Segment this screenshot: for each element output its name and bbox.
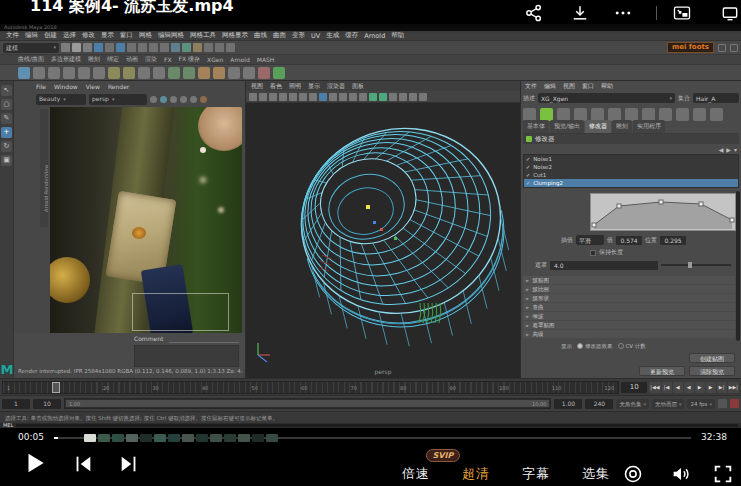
xgen-tab[interactable]: 雕刻	[612, 120, 632, 133]
quad-draw-icon[interactable]	[213, 67, 225, 79]
render-view-menu[interactable]: Window	[54, 83, 78, 90]
preview-chip[interactable]	[210, 434, 222, 442]
more-icon[interactable]	[613, 3, 633, 23]
mask-slider[interactable]	[661, 264, 731, 266]
render-settings-icon[interactable]	[204, 43, 213, 52]
current-frame-field[interactable]: 10	[621, 382, 647, 393]
move-tool-icon[interactable]: +	[1, 127, 12, 138]
preview-chip[interactable]	[154, 434, 166, 442]
xgen-tab[interactable]: 预览/输出	[550, 120, 584, 133]
preserve-length-checkbox[interactable]	[590, 250, 596, 256]
camera-dropdown[interactable]: persp▾	[89, 94, 147, 105]
prev-frame-icon[interactable]: ◀	[673, 382, 683, 393]
settings-icon[interactable]	[622, 463, 644, 485]
comment-textarea[interactable]	[134, 345, 239, 367]
collection-dropdown[interactable]: Hair_A	[693, 93, 739, 103]
debug-shading-icon[interactable]	[190, 96, 197, 103]
go-to-end-icon[interactable]: ▶▶|	[728, 382, 739, 393]
panel-menu[interactable]: 渲染器	[327, 82, 345, 91]
playback-start-field[interactable]: 10	[33, 399, 61, 409]
field-chart-icon[interactable]	[399, 93, 407, 101]
multi-cut-icon[interactable]	[198, 67, 210, 79]
tv-cast-icon[interactable]	[720, 3, 740, 23]
shelf-tab[interactable]: MASH	[257, 56, 275, 63]
prev-keyframe-icon[interactable]: |◀	[662, 382, 672, 393]
preview-chip[interactable]	[196, 434, 208, 442]
range-slider[interactable]: 1.0010.00	[64, 398, 551, 409]
shelf-tab[interactable]: FX	[164, 56, 172, 63]
platonic-solid-icon[interactable]	[93, 67, 105, 79]
playback-end-field[interactable]: 1.00	[554, 399, 582, 409]
xgen-preview-refresh-icon[interactable]	[710, 108, 723, 121]
construction-history-icon[interactable]	[160, 43, 169, 52]
sidebar-toggle-icon[interactable]	[718, 44, 726, 52]
modifier-enabled-checkbox[interactable]: ✓	[526, 156, 530, 162]
shelf-tab[interactable]: 雕刻	[88, 55, 100, 64]
modifier-list-item[interactable]: ✓Noise2	[524, 163, 738, 171]
playback-speed-button[interactable]: 倍速	[402, 465, 430, 483]
preview-chip[interactable]	[238, 434, 250, 442]
xgen-cut-icon[interactable]	[642, 108, 655, 121]
wireframe-mode-icon[interactable]	[319, 93, 327, 101]
collapsible-section[interactable]: ►遮罩贴图	[523, 321, 735, 329]
playback-options-icon[interactable]	[718, 399, 727, 408]
collapsible-section[interactable]: ►高级	[523, 330, 735, 338]
modifier-enabled-checkbox[interactable]: ✓	[526, 180, 530, 186]
modifier-enabled-checkbox[interactable]: ✓	[526, 164, 530, 170]
xgen-place-guides-icon[interactable]	[557, 108, 570, 121]
comment-input[interactable]	[169, 335, 239, 343]
select-hierarchy-icon[interactable]	[61, 43, 70, 52]
update-preview-button[interactable]: 更新预览	[639, 366, 685, 376]
create-map-button[interactable]: 创建贴图	[689, 353, 735, 363]
move-down-icon[interactable]: ▶	[726, 146, 731, 153]
paint-effects-icon[interactable]	[215, 43, 224, 52]
collapsible-section[interactable]: ►簇贴图	[523, 276, 735, 284]
preview-chip[interactable]	[140, 434, 152, 442]
xgen-shelf-icon[interactable]	[273, 67, 285, 79]
modifier-enabled-checkbox[interactable]: ✓	[526, 172, 530, 178]
anim-end-field[interactable]: 240	[585, 399, 613, 409]
ramp-value-field[interactable]: 0.574	[616, 236, 642, 245]
camera-attributes-icon[interactable]	[269, 93, 277, 101]
anim-start-field[interactable]: 1	[2, 399, 30, 409]
preview-chip[interactable]	[126, 434, 138, 442]
lock-camera-icon[interactable]	[259, 93, 267, 101]
preview-chip[interactable]	[84, 434, 96, 442]
shelf-tab[interactable]: 曲线/曲面	[18, 55, 44, 64]
xgen-menu[interactable]: 文件	[525, 82, 537, 91]
move-up-icon[interactable]: ◀	[719, 146, 724, 153]
radio-cv-count[interactable]: CV 计数	[618, 343, 646, 350]
make-live-icon[interactable]	[149, 43, 158, 52]
poly-cube-icon[interactable]	[33, 67, 45, 79]
xgen-width-icon[interactable]	[608, 108, 621, 121]
lasso-tool-icon[interactable]: ○	[1, 99, 12, 110]
shelf-tab[interactable]: XGen	[207, 56, 223, 63]
collapsible-section[interactable]: ►簇形状	[523, 294, 735, 302]
description-dropdown[interactable]: XG_Xgen▾	[538, 93, 675, 103]
xgen-length-icon[interactable]	[591, 108, 604, 121]
select-component-icon[interactable]	[83, 43, 92, 52]
snap-projected-center-icon[interactable]	[127, 43, 136, 52]
expand-icon[interactable]: ►	[526, 332, 529, 337]
screen-space-ao-icon[interactable]	[369, 93, 377, 101]
2d-pan-zoom-icon[interactable]	[299, 93, 307, 101]
scrollbar[interactable]	[736, 191, 740, 341]
xgen-menu[interactable]: 窗口	[582, 82, 594, 91]
modifier-menu-icon[interactable]: ▾	[734, 146, 737, 153]
picture-in-picture-icon[interactable]	[672, 3, 692, 23]
render-region-marquee[interactable]	[132, 293, 229, 331]
subtitle-button[interactable]: 字幕	[522, 465, 550, 483]
textured-mode-icon[interactable]	[339, 93, 347, 101]
download-icon[interactable]	[570, 3, 590, 23]
modifier-list-item[interactable]: ✓Noise1	[524, 155, 738, 163]
interp-dropdown[interactable]: 平滑	[576, 235, 604, 245]
grid-toggle-icon[interactable]	[409, 93, 417, 101]
panel-menu[interactable]: 着色	[270, 82, 282, 91]
xgen-menu[interactable]: 帮助	[601, 82, 613, 91]
bevel-icon[interactable]	[183, 67, 195, 79]
next-keyframe-icon[interactable]: ▶|	[717, 382, 727, 393]
snapshot-icon[interactable]	[180, 96, 187, 103]
share-icon[interactable]	[524, 3, 544, 23]
shelf-tab[interactable]: 动画	[126, 55, 138, 64]
play-forward-icon[interactable]: ▶	[695, 382, 705, 393]
